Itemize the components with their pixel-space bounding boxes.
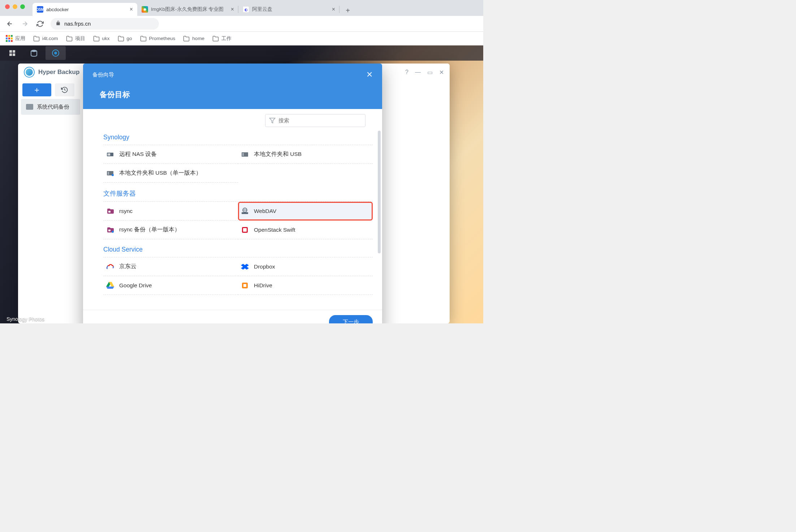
svg-rect-0 (9, 50, 12, 53)
gdrive-icon (106, 282, 114, 289)
search-input[interactable] (278, 118, 362, 123)
dest-openstack[interactable]: OpenStack Swift (238, 221, 373, 239)
back-button[interactable] (4, 18, 16, 30)
tab-abcdocker[interactable]: DSM abcdocker × (33, 3, 137, 16)
svg-rect-15 (108, 211, 111, 213)
dest-rsync[interactable]: rsync (103, 202, 238, 221)
window-minimize-button[interactable] (13, 4, 17, 9)
add-task-button[interactable]: ＋ (22, 83, 51, 96)
backup-wizard-modal: 备份向导 ✕ 备份目标 Synology 远程 NAS 设备 (83, 64, 382, 323)
dest-webdav[interactable]: WebDAV (238, 202, 373, 221)
hyperbackup-title: Hyper Backup (38, 69, 79, 76)
lock-icon (56, 21, 61, 27)
svg-point-4 (31, 50, 37, 52)
wizard-header: 备份向导 ✕ 备份目标 (83, 64, 382, 109)
dsm-favicon-icon: DSM (37, 6, 43, 13)
imgkb-favicon-icon: ❋ (142, 6, 148, 13)
dest-rsync-single[interactable]: rsync 备份（单一版本） (103, 221, 238, 239)
window-controls: ? — ▭ ✕ (405, 69, 444, 76)
bookmarks-bar: 应用 i4t.com 项目 ukx go Prometheus home 工作 (0, 32, 483, 45)
hidrive-icon (241, 282, 249, 289)
maximize-button[interactable]: ▭ (427, 69, 433, 76)
dropbox-icon (241, 263, 249, 271)
aliyunpan-favicon-icon: ◐ (243, 6, 249, 13)
minimize-button[interactable]: — (415, 69, 421, 76)
reload-button[interactable] (34, 18, 46, 30)
section-cloudservice: Cloud Service (103, 246, 373, 253)
section-synology: Synology (103, 134, 373, 141)
history-button[interactable] (55, 83, 74, 96)
dest-remote-nas[interactable]: 远程 NAS 设备 (103, 145, 238, 164)
dest-local-usb[interactable]: 本地文件夹和 USB (238, 145, 373, 164)
svg-rect-17 (242, 212, 248, 214)
close-button[interactable]: ✕ (439, 69, 444, 76)
bookmark-home[interactable]: home (183, 35, 204, 42)
openstack-icon (241, 226, 249, 234)
window-maximize-button[interactable] (20, 4, 25, 9)
tabs-row: DSM abcdocker × ❋ ImgKb图床-永久免费图床 专业图 × ◐… (0, 0, 483, 16)
help-button[interactable]: ? (405, 69, 408, 76)
window-controls (0, 0, 30, 9)
bookmark-prometheus[interactable]: Prometheus (140, 35, 176, 42)
dest-jdcloud[interactable]: 京东云 (103, 257, 238, 276)
task-sidebar: 系统代码备份 (18, 99, 83, 323)
forward-button[interactable] (19, 18, 31, 30)
desktop-app-label[interactable]: Synology Photos (7, 316, 44, 322)
address-bar[interactable]: nas.frps.cn (51, 18, 159, 30)
taskbar-storage-icon[interactable] (24, 46, 44, 60)
svg-rect-23 (243, 284, 246, 287)
dest-local-usb-single[interactable]: 本地文件夹和 USB（单一版本） (103, 164, 238, 183)
tab-close-icon[interactable]: × (231, 6, 234, 13)
wizard-breadcrumb: 备份向导 (92, 71, 114, 78)
disk-icon (26, 104, 33, 110)
svg-point-6 (54, 52, 57, 54)
window-close-button[interactable] (5, 4, 10, 9)
svg-point-14 (112, 174, 114, 176)
local-usb-icon (241, 151, 249, 158)
svg-rect-21 (243, 228, 247, 232)
filter-icon (269, 117, 276, 124)
wizard-close-button[interactable]: ✕ (366, 70, 373, 79)
wizard-search[interactable] (265, 114, 365, 127)
svg-rect-11 (242, 153, 244, 156)
wizard-body: Synology 远程 NAS 设备 本地文件夹和 USB 本地文件夹和 USB… (83, 109, 382, 310)
tab-close-icon[interactable]: × (332, 6, 335, 13)
bookmark-ukx[interactable]: ukx (93, 35, 110, 42)
svg-rect-1 (13, 50, 15, 53)
tab-imgkb[interactable]: ❋ ImgKb图床-永久免费图床 专业图 × (137, 3, 238, 16)
dsm-desktop: Hyper Backup ? — ▭ ✕ ＋ 系统代码备份 ackupforBu… (0, 45, 483, 323)
svg-rect-13 (108, 172, 109, 175)
dsm-taskbar (0, 45, 483, 61)
rsync-single-icon (106, 226, 114, 234)
dest-hidrive[interactable]: HiDrive (238, 276, 373, 295)
svg-rect-2 (9, 53, 12, 56)
hyperbackup-logo-icon (24, 67, 35, 78)
tab-close-icon[interactable]: × (130, 6, 133, 13)
dest-dropbox[interactable]: Dropbox (238, 257, 373, 276)
new-tab-button[interactable]: + (342, 5, 353, 16)
scrollbar-thumb[interactable] (378, 131, 381, 253)
apps-button[interactable]: 应用 (6, 35, 25, 42)
rsync-icon (106, 207, 114, 215)
bookmark-work[interactable]: 工作 (212, 35, 232, 42)
taskbar-apps-icon[interactable] (2, 46, 22, 60)
browser-chrome: DSM abcdocker × ❋ ImgKb图床-永久免费图床 专业图 × ◐… (0, 0, 483, 45)
next-button[interactable]: 下一步 (329, 315, 373, 323)
tab-title: abcdocker (46, 7, 69, 12)
dest-gdrive[interactable]: Google Drive (103, 276, 238, 295)
svg-rect-18 (108, 230, 111, 231)
svg-rect-3 (13, 53, 15, 56)
local-usb-single-icon (106, 169, 114, 177)
apps-grid-icon (6, 35, 13, 42)
wizard-title: 备份目标 (100, 90, 373, 100)
url-text: nas.frps.cn (64, 21, 91, 27)
remote-nas-icon (106, 151, 114, 158)
bookmark-i4t[interactable]: i4t.com (33, 35, 58, 42)
task-item-system-code-backup[interactable]: 系统代码备份 (21, 99, 80, 115)
tab-aliyunpan[interactable]: ◐ 阿里云盘 × (238, 3, 339, 16)
bookmark-project[interactable]: 项目 (66, 35, 85, 42)
webdav-icon (241, 207, 249, 215)
taskbar-hyperbackup-icon[interactable] (46, 46, 66, 60)
tab-title: ImgKb图床-永久免费图床 专业图 (151, 6, 224, 13)
bookmark-go[interactable]: go (118, 35, 132, 42)
